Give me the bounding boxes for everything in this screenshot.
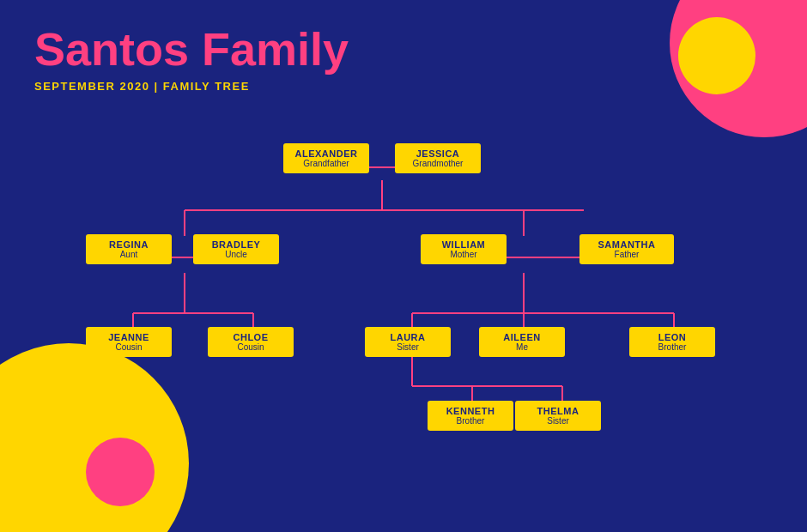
node-laura: LAURA Sister (365, 327, 451, 357)
decoration-yellow-circle-top (678, 17, 755, 94)
decoration-pink-circle-bottom (86, 438, 155, 506)
page-title: Santos Family (34, 24, 349, 75)
node-bradley: BRADLEY Uncle (193, 234, 279, 264)
node-alexander: ALEXANDER Grandfather (283, 143, 369, 173)
node-leon: LEON Brother (629, 327, 715, 357)
decoration-yellow-circle-bottom (0, 343, 189, 532)
node-regina: REGINA Aunt (86, 234, 172, 264)
node-thelma: THELMA Sister (515, 401, 601, 431)
header: Santos Family SEPTEMBER 2020 | FAMILY TR… (34, 24, 349, 93)
node-william: WILLIAM Mother (421, 234, 507, 264)
page-subtitle: SEPTEMBER 2020 | FAMILY TREE (34, 80, 349, 93)
node-kenneth: KENNETH Brother (428, 401, 513, 431)
node-aileen: AILEEN Me (479, 327, 565, 357)
node-samantha: SAMANTHA Father (579, 234, 674, 264)
node-chloe: CHLOE Cousin (208, 327, 294, 357)
node-jessica: JESSICA Grandmother (395, 143, 481, 173)
node-jeanne: JEANNE Cousin (86, 327, 172, 357)
